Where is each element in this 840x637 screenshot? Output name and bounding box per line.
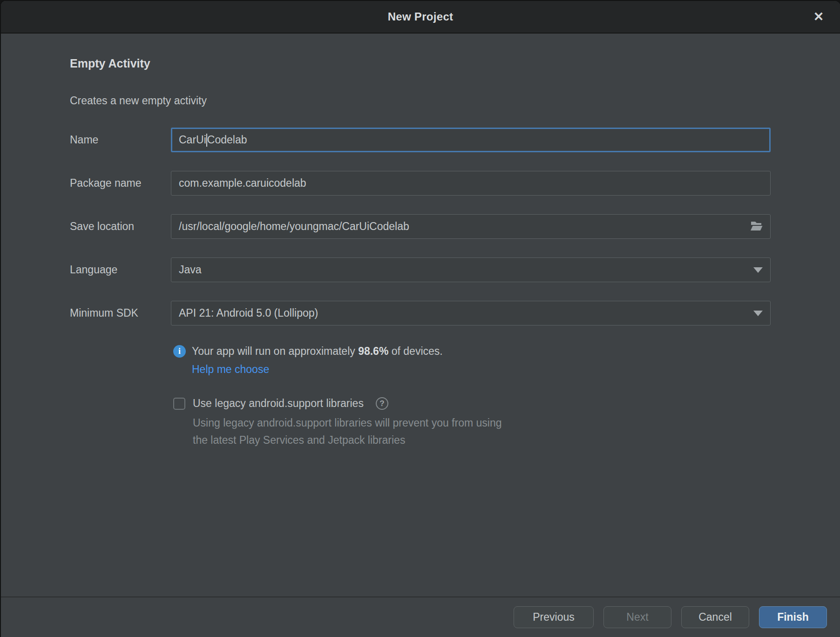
dialog-title: New Project — [388, 10, 454, 23]
sdk-coverage-percentage: 98.6% — [358, 345, 388, 357]
help-me-choose-link[interactable]: Help me choose — [192, 363, 269, 376]
legacy-help-line2: the latest Play Services and Jetpack lib… — [193, 432, 771, 449]
legacy-libraries-checkbox[interactable] — [173, 398, 185, 410]
save-location-label: Save location — [70, 220, 171, 233]
sdk-message-suffix: of devices. — [388, 345, 442, 357]
close-icon[interactable]: ✕ — [808, 7, 829, 27]
help-question-icon[interactable]: ? — [376, 397, 388, 410]
language-select[interactable]: Java — [171, 258, 771, 282]
finish-button[interactable]: Finish — [759, 606, 827, 628]
minimum-sdk-label: Minimum SDK — [70, 307, 171, 319]
folder-icon — [750, 220, 763, 233]
package-name-label: Package name — [70, 177, 171, 190]
save-location-field[interactable]: /usr/local/google/home/youngmac/CarUiCod… — [171, 214, 771, 239]
new-project-dialog: New Project ✕ Empty Activity Creates a n… — [0, 0, 840, 637]
language-label: Language — [70, 264, 171, 276]
name-value-after-caret: Codelab — [207, 134, 247, 146]
next-button[interactable]: Next — [603, 606, 671, 628]
legacy-help-line1: Using legacy android.support libraries w… — [193, 414, 771, 432]
chevron-down-icon — [753, 311, 763, 316]
sdk-info-block: i Your app will run on approximately 98.… — [173, 345, 771, 376]
page-subtitle: Creates a new empty activity — [70, 95, 771, 107]
legacy-libraries-block: Use legacy android.support libraries ? U… — [173, 397, 771, 449]
page-title: Empty Activity — [70, 57, 771, 70]
language-value: Java — [179, 264, 202, 276]
browse-folder-button[interactable] — [749, 219, 765, 235]
legacy-libraries-label[interactable]: Use legacy android.support libraries — [193, 397, 364, 410]
minimum-sdk-select[interactable]: API 21: Android 5.0 (Lollipop) — [171, 301, 771, 325]
dialog-titlebar: New Project ✕ — [1, 1, 840, 34]
info-icon: i — [173, 345, 186, 358]
name-field[interactable]: CarUiCodelab — [171, 128, 771, 152]
save-location-value: /usr/local/google/home/youngmac/CarUiCod… — [179, 220, 409, 233]
previous-button[interactable]: Previous — [514, 606, 594, 628]
project-form: Name CarUiCodelab Package name Save loca… — [70, 128, 771, 325]
cancel-button[interactable]: Cancel — [681, 606, 749, 628]
sdk-message-prefix: Your app will run on approximately — [192, 345, 358, 357]
dialog-content: Empty Activity Creates a new empty activ… — [1, 34, 840, 596]
dialog-footer: Previous Next Cancel Finish — [1, 596, 840, 637]
legacy-libraries-help-text: Using legacy android.support libraries w… — [193, 414, 771, 449]
name-label: Name — [70, 134, 171, 146]
chevron-down-icon — [753, 267, 763, 273]
minimum-sdk-value: API 21: Android 5.0 (Lollipop) — [179, 307, 318, 319]
sdk-coverage-message: Your app will run on approximately 98.6%… — [192, 345, 443, 358]
package-name-field[interactable] — [171, 171, 771, 196]
name-value-before-caret: CarUi — [179, 134, 206, 146]
